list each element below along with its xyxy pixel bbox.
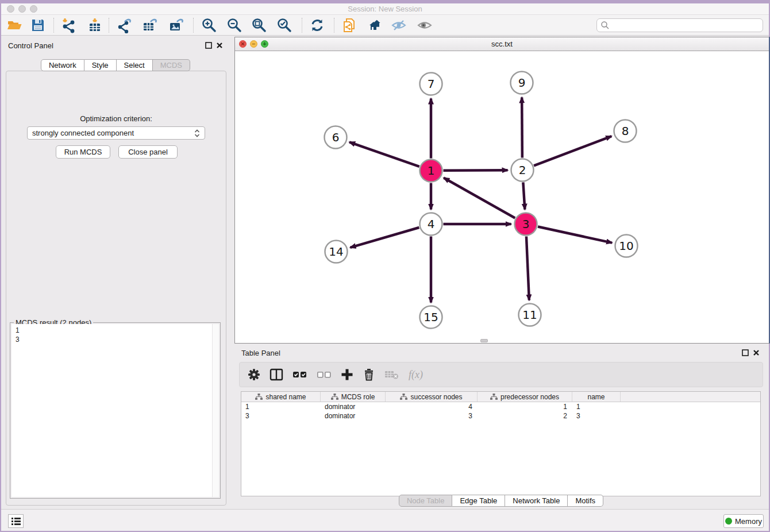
svg-text:8: 8 [622,124,629,138]
svg-text:2: 2 [519,163,526,177]
graph-node-8[interactable]: 8 [614,120,637,142]
deselect-all-icon[interactable] [317,368,332,381]
select-all-icon[interactable] [292,368,307,381]
float-panel-icon[interactable] [205,42,212,49]
graph-edge-1-6[interactable] [349,142,419,166]
graph-edge-3-1[interactable] [444,178,515,218]
graph-node-3[interactable]: 3 [515,213,537,236]
hide-selected-eye-icon[interactable] [390,17,407,34]
tab-network[interactable]: Network [41,59,84,71]
column-header-name[interactable]: name [572,392,621,402]
add-column-icon[interactable] [341,368,353,381]
search-input[interactable] [596,18,763,32]
graph-edge-1-2[interactable] [443,170,507,171]
table-panel-tabs: Node TableEdge TableNetwork TableMotifs [234,495,768,507]
graph-edge-4-14[interactable] [350,228,419,248]
close-panel-button[interactable]: Close panel [118,145,178,159]
zoom-selected-icon[interactable] [276,17,293,34]
open-folder-icon[interactable] [6,17,23,34]
delete-column-icon[interactable] [363,368,375,381]
toolbar-separator [109,18,109,33]
graph-node-10[interactable]: 10 [615,235,638,257]
zoom-out-icon[interactable] [226,17,243,34]
show-all-eye-icon[interactable] [416,17,433,34]
canvas-hscroll-thumb[interactable] [480,339,488,342]
tab-mcds[interactable]: MCDS [153,59,190,71]
network-graph-canvas[interactable]: 7968124314101511 [235,51,769,343]
criterion-dropdown[interactable]: strongly connected component [27,126,205,140]
main-toolbar [1,15,769,36]
application-window: Session: New Session [1,3,769,531]
graph-edge-3-10[interactable] [538,227,612,243]
table-row[interactable]: 1dominator411 [241,402,760,411]
shared-column-icon [255,394,263,400]
graph-node-14[interactable]: 14 [325,241,348,263]
graph-edge-2-3[interactable] [523,182,525,209]
mcds-result-text[interactable]: 13 [11,324,219,497]
import-table-icon[interactable] [86,17,103,34]
window-titlebar: Session: New Session [1,3,769,15]
task-history-button[interactable] [8,514,24,528]
graph-node-1[interactable]: 1 [420,160,442,182]
column-header-MCDS-role[interactable]: MCDS role [321,392,386,402]
export-table-icon[interactable] [141,17,159,34]
table-cell[interactable]: dominator [321,411,386,421]
toolbar-separator [302,18,302,33]
graph-node-6[interactable]: 6 [325,126,347,149]
table-row[interactable]: 3dominator323 [241,411,760,421]
save-session-icon[interactable] [29,17,47,34]
copy-network-icon[interactable] [341,17,358,34]
graph-edge-2-9[interactable] [522,97,522,157]
table-cell[interactable]: 1 [478,402,572,411]
graph-node-9[interactable]: 9 [511,72,533,94]
home-layout-icon[interactable] [365,17,382,34]
float-table-panel-icon[interactable] [742,349,749,356]
run-mcds-button[interactable]: Run MCDS [56,145,110,159]
shared-column-icon [331,394,338,400]
result-scrollbar[interactable] [212,324,219,497]
dropdown-spinner-icon [194,129,200,137]
memory-button[interactable]: Memory [723,514,764,528]
zoom-in-icon[interactable] [201,17,218,34]
table-cell[interactable]: 3 [572,411,621,421]
export-network-icon[interactable] [116,17,133,34]
graph-edge-3-11[interactable] [526,236,529,300]
tab-select[interactable]: Select [117,59,153,71]
refresh-icon[interactable] [309,17,326,34]
shared-column-icon [400,394,407,400]
table-tab-motifs[interactable]: Motifs [568,495,603,507]
zoom-fit-icon[interactable] [251,17,268,34]
node-table: shared nameMCDS rolesuccessor nodesprede… [241,391,761,496]
network-graph[interactable]: 7968124314101511 [235,51,769,343]
graph-node-15[interactable]: 15 [420,306,442,329]
import-network-icon[interactable] [60,17,77,34]
settings-gear-icon[interactable] [248,368,260,381]
graph-node-11[interactable]: 11 [519,304,541,326]
table-cell[interactable]: 2 [478,411,572,421]
table-cell[interactable]: 3 [386,411,478,421]
graph-node-2[interactable]: 2 [511,159,534,182]
show-columns-icon[interactable] [270,368,283,381]
graph-node-7[interactable]: 7 [420,73,442,95]
mcds-result-group: MCDS result (2 nodes) 13 [10,322,221,499]
close-panel-icon[interactable] [216,42,223,49]
table-cell[interactable]: dominator [321,402,386,411]
table-tab-network-table[interactable]: Network Table [505,495,568,507]
graph-node-4[interactable]: 4 [420,213,442,236]
window-title: Session: New Session [1,5,769,13]
table-tab-edge-table[interactable]: Edge Table [452,495,505,507]
column-header-predecessor-nodes[interactable]: predecessor nodes [478,392,572,402]
column-header-successor-nodes[interactable]: successor nodes [386,392,478,402]
table-cell[interactable]: 3 [241,411,321,421]
table-cell[interactable]: 4 [386,402,478,411]
tab-style[interactable]: Style [84,59,117,71]
network-frame-titlebar[interactable]: ✕ − + scc.txt [235,37,769,51]
graph-edge-2-8[interactable] [534,136,611,165]
export-image-icon[interactable] [168,17,185,34]
table-cell[interactable]: 1 [241,402,321,411]
column-label: predecessor nodes [500,393,559,401]
close-table-panel-icon[interactable] [753,349,760,356]
table-cell[interactable]: 1 [572,402,621,411]
column-header-shared-name[interactable]: shared name [241,392,321,402]
table-tab-node-table[interactable]: Node Table [399,495,453,507]
